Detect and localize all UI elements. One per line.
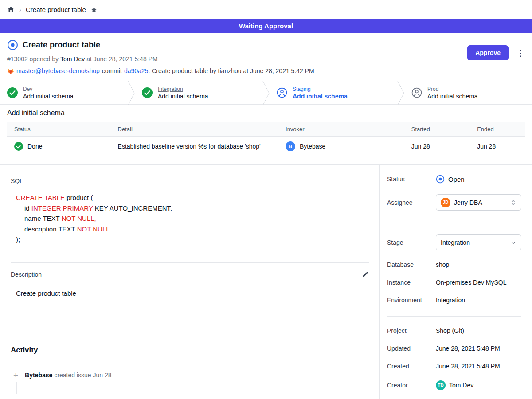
- stage-separator: [262, 81, 270, 104]
- assignee-select[interactable]: JD Jerry DBA: [436, 194, 521, 211]
- issue-detail-panel: SQL CREATE TABLE product ( id INTEGER PR…: [0, 165, 379, 399]
- check-circle-icon: [142, 87, 153, 98]
- plus-icon[interactable]: +: [13, 371, 18, 379]
- col-header-status: Status: [7, 122, 111, 137]
- status-value: Open: [448, 176, 465, 183]
- task-table: Status Detail Invoker Started Ended Done…: [7, 122, 525, 156]
- home-icon[interactable]: [7, 6, 15, 13]
- task-started: Jun 28: [404, 137, 470, 156]
- created-label: Created: [387, 363, 436, 370]
- assignee-avatar: JD: [441, 198, 450, 207]
- commit-row: master@bytebase-demo/shop commit da90a25…: [7, 66, 525, 75]
- stage-task-label: Add initial schema: [293, 93, 348, 100]
- up-down-chevron-icon: [510, 200, 516, 206]
- gitlab-icon: [7, 68, 14, 74]
- open-status-icon: [436, 175, 445, 184]
- stage-separator: [128, 81, 135, 104]
- issue-author: Tom Dev: [60, 55, 85, 63]
- issue-title: Create product table: [23, 40, 100, 50]
- person-circle-icon: [411, 87, 422, 98]
- col-header-invoker: Invoker: [278, 122, 404, 137]
- pipeline-stage-prod[interactable]: Prod Add initial schema: [404, 81, 532, 104]
- stage-task-label: Add initial schema: [427, 93, 478, 100]
- created-value: June 28, 2021 5:48 PM: [436, 363, 500, 370]
- person-circle-icon: [277, 87, 287, 98]
- instance-label: Instance: [387, 279, 436, 286]
- kebab-menu-icon[interactable]: ⋮: [516, 49, 525, 57]
- stage-task-label: Add initial schema: [23, 93, 74, 100]
- check-circle-icon: [7, 87, 18, 98]
- approve-button[interactable]: Approve: [467, 45, 509, 60]
- creator-value: Tom Dev: [449, 382, 473, 389]
- creator-avatar: TD: [436, 380, 446, 390]
- chevron-down-icon: [510, 239, 516, 246]
- status-banner: Waiting Approval: [0, 19, 532, 33]
- environment-label: Environment: [387, 297, 436, 304]
- stage-env-label: Prod: [427, 86, 478, 92]
- description-label: Description: [11, 271, 42, 278]
- issue-header: Create product table #13002 opened by To…: [0, 33, 532, 81]
- stage-separator: [397, 81, 404, 104]
- environment-value: Integration: [436, 297, 465, 304]
- stage-value: Integration: [441, 239, 470, 246]
- task-invoker: Bytebase: [300, 143, 325, 150]
- project-label: Project: [387, 327, 436, 334]
- timeline-connector: [16, 382, 17, 394]
- breadcrumb-page-title[interactable]: Create product table: [26, 6, 86, 13]
- pipeline-stage-staging[interactable]: Staging Add initial schema: [270, 81, 397, 104]
- status-banner-text: Waiting Approval: [239, 22, 293, 30]
- description-text: Create product table: [16, 289, 369, 297]
- stage-env-label: Dev: [23, 86, 74, 92]
- task-section-title: Add initial schema: [7, 109, 525, 117]
- task-section: Add initial schema Status Detail Invoker…: [0, 105, 532, 164]
- col-header-detail: Detail: [111, 122, 278, 137]
- database-value: shop: [436, 261, 449, 268]
- database-label: Database: [387, 261, 436, 268]
- issue-opened-time: at June 28, 2021 5:48 PM: [86, 55, 157, 63]
- edit-pencil-icon[interactable]: [362, 271, 369, 278]
- stage-select[interactable]: Integration: [436, 234, 521, 250]
- breadcrumb: › Create product table: [0, 0, 532, 19]
- open-issue-icon: [7, 39, 18, 51]
- pipeline: Dev Add initial schema Integration Add i…: [0, 81, 532, 105]
- activity-title: Activity: [11, 346, 369, 355]
- divider: [11, 362, 369, 362]
- commit-hash-link[interactable]: da90a25: [124, 67, 149, 74]
- divider: [387, 316, 521, 317]
- table-row[interactable]: Done Established baseline version %s for…: [7, 137, 525, 156]
- stage-env-label: Integration: [158, 86, 208, 92]
- pipeline-stage-integration[interactable]: Integration Add initial schema: [135, 81, 262, 104]
- creator-label: Creator: [387, 382, 436, 389]
- stage-label: Stage: [387, 239, 436, 246]
- assignee-label: Assignee: [387, 199, 436, 206]
- updated-value: June 28, 2021 5:48 PM: [436, 345, 500, 352]
- task-detail: Established baseline version %s for data…: [111, 137, 278, 156]
- commit-word: commit: [102, 67, 122, 74]
- status-label: Status: [387, 176, 436, 183]
- instance-value: On-premises Dev MySQL: [436, 279, 506, 286]
- star-icon[interactable]: [90, 6, 98, 13]
- pipeline-stage-dev[interactable]: Dev Add initial schema: [0, 81, 128, 104]
- divider: [387, 223, 521, 223]
- activity-action: created issue Jun 28: [54, 372, 111, 379]
- commit-message: : Create product table by tianzhou at Ju…: [148, 67, 314, 74]
- sql-code-block: CREATE TABLE product ( id INTEGER PRIMAR…: [16, 192, 369, 245]
- divider: [11, 262, 369, 263]
- stage-env-label: Staging: [293, 86, 348, 92]
- invoker-avatar: B: [286, 141, 295, 151]
- activity-actor: Bytebase: [25, 372, 52, 379]
- assignee-value: Jerry DBA: [454, 199, 482, 206]
- issue-sidebar: Status Open Assignee JD Jerry DBA Stage: [379, 165, 532, 399]
- chevron-right-icon: ›: [19, 6, 21, 13]
- project-value: Shop (Git): [436, 327, 464, 334]
- stage-task-label: Add initial schema: [158, 93, 208, 100]
- check-circle-icon: [14, 142, 23, 151]
- sql-label: SQL: [11, 177, 369, 184]
- commit-branch-link[interactable]: master@bytebase-demo/shop: [16, 67, 100, 74]
- task-status: Done: [27, 143, 42, 150]
- activity-entry: + Bytebase created issue Jun 28: [11, 371, 369, 379]
- col-header-ended: Ended: [470, 122, 525, 137]
- col-header-started: Started: [404, 122, 470, 137]
- issue-meta: #13002 opened by Tom Dev at June 28, 202…: [7, 55, 525, 63]
- task-ended: Jun 28: [470, 137, 525, 156]
